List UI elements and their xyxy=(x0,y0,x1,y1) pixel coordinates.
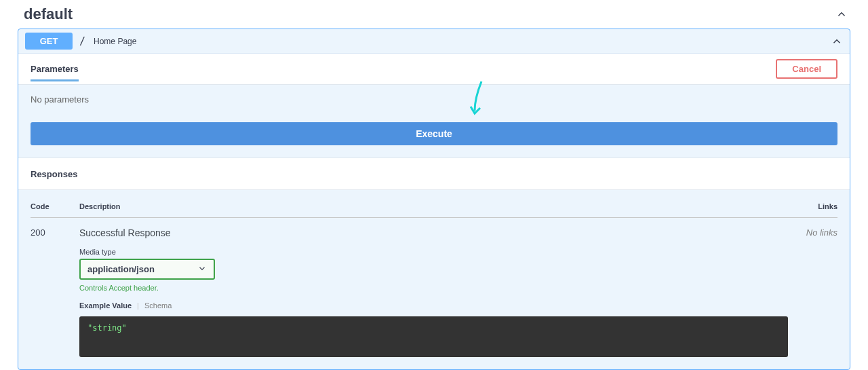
media-type-label: Media type xyxy=(79,248,797,256)
response-row: 200 Successful Response Media type appli… xyxy=(31,227,837,357)
operation-block: GET / Home Page Parameters Cancel No par… xyxy=(18,29,850,370)
chevron-down-icon xyxy=(197,263,207,275)
tab-separator: | xyxy=(137,301,139,310)
response-code: 200 xyxy=(31,227,79,357)
example-code-block: "string" xyxy=(79,316,788,357)
cancel-button[interactable]: Cancel xyxy=(776,59,837,79)
column-header-links: Links xyxy=(797,202,837,210)
http-method-badge: GET xyxy=(25,33,73,50)
response-links: No links xyxy=(797,227,837,357)
responses-table: Code Description Links 200 Successful Re… xyxy=(18,190,850,369)
column-header-code: Code xyxy=(31,202,79,210)
parameters-heading: Parameters xyxy=(31,64,79,81)
tab-schema[interactable]: Schema xyxy=(144,301,172,310)
responses-header: Responses xyxy=(18,158,850,190)
chevron-up-icon[interactable] xyxy=(831,35,843,48)
example-tabs: Example Value | Schema xyxy=(79,301,797,310)
operation-summary: Home Page xyxy=(94,37,136,46)
tab-example-value[interactable]: Example Value xyxy=(79,301,132,310)
media-type-select[interactable]: application/json xyxy=(79,259,215,280)
section-header[interactable]: default xyxy=(7,0,861,29)
responses-heading: Responses xyxy=(31,169,77,179)
chevron-up-icon[interactable] xyxy=(835,8,848,20)
media-type-value: application/json xyxy=(87,264,155,274)
execute-button[interactable]: Execute xyxy=(31,122,837,145)
section-title: default xyxy=(24,5,73,23)
column-header-description: Description xyxy=(79,202,797,210)
response-description: Successful Response xyxy=(79,227,797,238)
operation-summary-row[interactable]: GET / Home Page xyxy=(18,29,850,54)
operation-path: / xyxy=(79,35,85,48)
no-parameters-text: No parameters xyxy=(31,94,837,105)
media-type-hint: Controls Accept header. xyxy=(79,284,797,292)
parameters-header: Parameters Cancel xyxy=(18,54,850,85)
